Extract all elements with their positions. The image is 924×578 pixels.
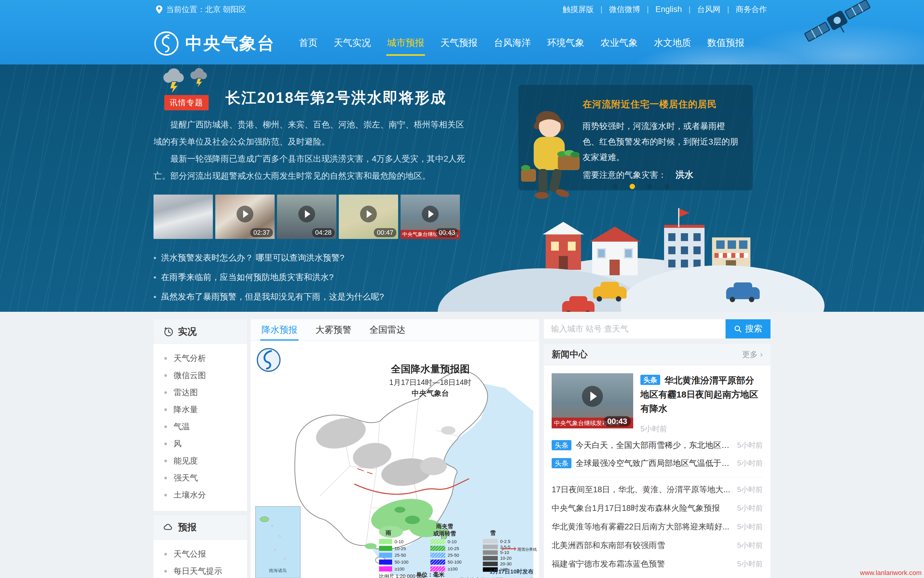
- svg-text:≥100: ≥100: [448, 566, 458, 572]
- hero-section: 讯情专题 长江2018年第2号洪水即将形成 提醒广西防城港、贵港、柳州、来宾、百…: [0, 65, 924, 312]
- svg-text:比例尺 1:20 000 000: 比例尺 1:20 000 000: [379, 573, 425, 578]
- svg-text:10-25: 10-25: [448, 546, 459, 551]
- sidebar-item-radar[interactable]: 雷达图: [154, 384, 247, 401]
- video-thumbnail[interactable]: [154, 195, 213, 239]
- featured-news-item[interactable]: 中央气象台继续发布暴雨 00:43 头条华北黄淮汾渭平原部分地区有霾18日夜间起…: [544, 365, 770, 436]
- sidebar-item-weather-analysis[interactable]: 天气分析: [154, 350, 247, 367]
- svg-text:雪: 雪: [490, 530, 495, 536]
- news-row[interactable]: 中央气象台1月17日18时发布森林火险气象预报 5小时前: [544, 499, 770, 518]
- carousel-dot-active[interactable]: [630, 184, 635, 189]
- video-thumbnail[interactable]: 02:37: [215, 195, 274, 239]
- news-more-link[interactable]: 更多›: [742, 349, 763, 360]
- search-icon: [734, 325, 742, 333]
- sidebar-item-severe-weather[interactable]: 强天气: [154, 469, 247, 487]
- nav-item-weather-forecast[interactable]: 天气预报: [432, 31, 486, 56]
- sidebar-item-cloud-image[interactable]: 微信云图: [154, 367, 247, 384]
- search-button[interactable]: 搜索: [726, 319, 770, 338]
- featured-news-thumbnail[interactable]: 中央气象台继续发布暴雨 00:43: [552, 373, 633, 429]
- hero-paragraph: 最新一轮强降雨已造成广西多个县市区出现洪涝灾害，4万多人受灾，其中2人死亡。部分…: [154, 150, 467, 184]
- video-thumbnail[interactable]: 04:28: [277, 195, 336, 239]
- headline-news-item[interactable]: 头条 全球最强冷空气致广西局部地区气温低于12度 5小时前: [544, 454, 770, 472]
- featured-video-duration: 00:43: [604, 416, 631, 427]
- nav-item-numerical[interactable]: 数值预报: [699, 31, 752, 56]
- brand-logo[interactable]: 中央气象台: [154, 31, 275, 56]
- carousel-dot[interactable]: [612, 184, 618, 189]
- news-row[interactable]: 北美洲西部和东南部有较强雨雪 5小时前: [544, 536, 770, 555]
- link-business[interactable]: 商务合作: [736, 4, 767, 15]
- inset-label: 南海诸岛: [269, 568, 287, 573]
- tab-national-radar[interactable]: 全国雷达: [368, 319, 406, 341]
- right-column: 搜索 新闻中心 更多› 中央气象台继续发布暴雨 00:43 头条华北黄淮汾渭平原…: [544, 319, 770, 578]
- current-location: 当前位置：北京 朝阳区: [155, 4, 246, 15]
- nav-item-home[interactable]: 首页: [291, 31, 326, 56]
- play-icon: [360, 206, 377, 222]
- play-icon: [422, 206, 438, 222]
- realtime-menu: 天气分析 微信云图 雷达图 降水量 气温 风 能见度 强天气 土壤水分: [154, 344, 247, 511]
- map-logo-icon: [257, 349, 280, 372]
- news-row[interactable]: 福建省宁德市发布霜冻蓝色预警 5小时前: [544, 555, 770, 573]
- nav-item-environment[interactable]: 环境气象: [539, 31, 593, 56]
- hero-title: 长江2018年第2号洪水即将形成: [226, 88, 447, 108]
- news-item-time: 5小时前: [737, 541, 763, 550]
- separator: |: [689, 5, 690, 14]
- sidebar-item-temperature[interactable]: 气温: [154, 418, 247, 435]
- house-illustration: [546, 234, 581, 270]
- nav-item-weather-live[interactable]: 天气实况: [326, 31, 379, 56]
- chevron-right-icon: ›: [760, 350, 763, 359]
- carousel-dot[interactable]: [664, 184, 670, 189]
- left-sidebar: 实况 天气分析 微信云图 雷达图 降水量 气温 风 能见度 强天气 土壤水分: [154, 319, 247, 578]
- link-typhoon-net[interactable]: 台风网: [697, 4, 721, 15]
- news-item-title: 今天白天，全国大部雨雪稀少，东北地区南部: [576, 440, 732, 451]
- play-icon: [237, 206, 253, 222]
- svg-text:0-10: 0-10: [448, 539, 456, 544]
- sidebar-item-precipitation[interactable]: 降水量: [154, 401, 247, 418]
- nav-item-typhoon-ocean[interactable]: 台风海洋: [486, 31, 539, 56]
- headline-news-item[interactable]: 头条 今天白天，全国大部雨雪稀少，东北地区南部 5小时前: [544, 436, 770, 454]
- site-header: 当前位置：北京 朝阳区 触摸屏版| 微信微博| English| 台风网| 商务…: [0, 0, 924, 65]
- realtime-panel-title: 实况: [178, 325, 196, 338]
- separator: |: [600, 5, 602, 14]
- cma-logo-icon: [154, 31, 179, 56]
- forecast-panel-title: 预报: [178, 521, 196, 534]
- carousel-dot[interactable]: [647, 184, 652, 189]
- nav-item-city-forecast[interactable]: 城市预报: [379, 31, 432, 56]
- svg-text:25-50: 25-50: [448, 552, 459, 558]
- sidebar-item-soil-moisture[interactable]: 土壤水分: [154, 487, 247, 504]
- link-wechat-weibo[interactable]: 微信微博: [609, 4, 640, 15]
- video-duration: 04:28: [312, 228, 335, 237]
- map-title: 全国降水量预报图: [391, 363, 470, 375]
- china-precipitation-map: 全国降水量预报图 1月17日14时—18日14时 中央气象台 南海诸岛: [251, 341, 538, 578]
- tab-precipitation-forecast[interactable]: 降水预报: [260, 319, 299, 341]
- news-row[interactable]: 17日夜间至18日，华北、黄淮、汾渭平原等地大... 5小时前: [544, 480, 770, 499]
- svg-text:5-10: 5-10: [500, 550, 509, 555]
- news-item-title: 17日夜间至18日，华北、黄淮、汾渭平原等地大...: [552, 484, 732, 495]
- nav-item-agriculture[interactable]: 农业气象: [593, 31, 646, 56]
- news-center-panel: 新闻中心 更多› 中央气象台继续发布暴雨 00:43 头条华北黄淮汾渭平原部分地…: [544, 344, 770, 578]
- tip-card: 在河流附近住宅一楼居住的居民 雨势较强时，河流涨水时，或者暴雨橙色、红色预警发布…: [518, 85, 753, 190]
- svg-text:10-25: 10-25: [395, 546, 406, 551]
- location-text: 当前位置：北京 朝阳区: [166, 4, 246, 15]
- svg-text:雨雪分界线: 雨雪分界线: [518, 547, 537, 552]
- video-thumbnail[interactable]: 00:47: [339, 195, 398, 239]
- svg-text:≥100: ≥100: [395, 566, 404, 572]
- sidebar-item-wind[interactable]: 风: [154, 435, 247, 452]
- link-english[interactable]: English: [655, 5, 682, 14]
- tab-fog-warning[interactable]: 大雾预警: [314, 319, 352, 341]
- sidebar-item-visibility[interactable]: 能见度: [154, 452, 247, 469]
- featured-news-body: 头条华北黄淮汾渭平原部分地区有霾18日夜间起南方地区有降水 5小时前: [640, 373, 763, 434]
- news-item-time: 5小时前: [737, 522, 763, 531]
- video-strip: 02:37 04:28 00:47 中央气象台继续发布暴雨 00:43: [154, 195, 462, 239]
- sidebar-item-weather-bulletin[interactable]: 天气公报: [154, 546, 247, 563]
- news-row[interactable]: 华北黄淮等地有雾霾22日后南方大部将迎来晴好... 5小时前: [544, 518, 770, 536]
- topic-badge[interactable]: 讯情专题: [164, 95, 209, 110]
- search-input[interactable]: [544, 319, 726, 338]
- video-duration: 00:47: [374, 228, 396, 237]
- link-touch-version[interactable]: 触摸屏版: [562, 4, 594, 15]
- nav-item-hydrogeology[interactable]: 水文地质: [646, 31, 699, 56]
- news-center-title: 新闻中心: [552, 348, 588, 360]
- clock-history-icon: [163, 326, 173, 337]
- sidebar-item-daily-tips[interactable]: 每日天气提示: [154, 563, 247, 578]
- video-thumbnail[interactable]: 中央气象台继续发布暴雨 00:43: [401, 195, 460, 239]
- news-row[interactable]: 福建省宁德市发布霜冻蓝色预警 5小时前: [544, 573, 770, 578]
- south-china-sea-inset: 南海诸岛: [255, 507, 300, 578]
